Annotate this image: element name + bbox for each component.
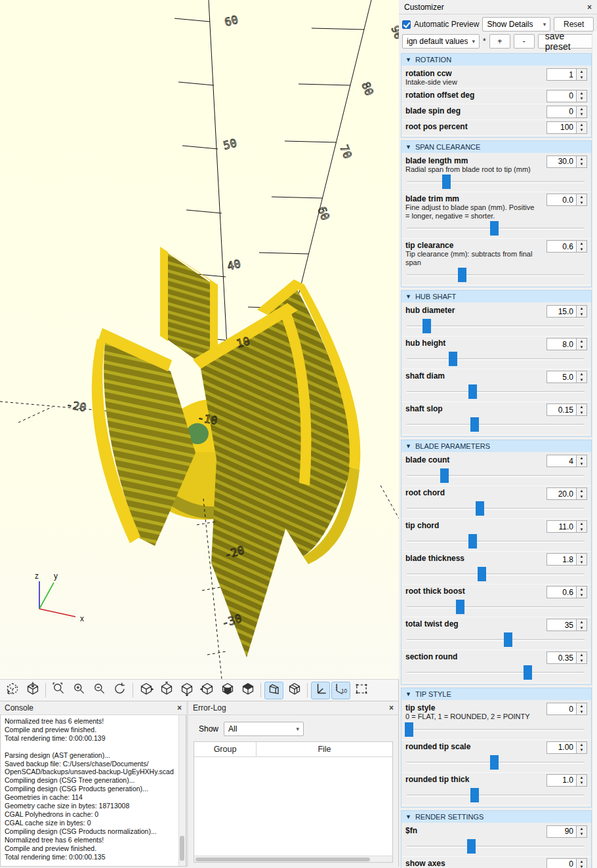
slider-handle[interactable] [458,268,466,282]
spin-up-icon[interactable]: ▲ [577,587,587,592]
spin-down-icon[interactable]: ▼ [577,75,587,81]
spin-up-icon[interactable]: ▲ [577,619,587,625]
parameter-slider[interactable] [407,600,585,614]
view-right-button[interactable] [136,682,155,699]
parameter-slider[interactable] [407,175,585,189]
view-top-button[interactable] [157,682,176,699]
spin-up-icon[interactable]: ▲ [577,194,587,200]
spin-down-icon[interactable]: ▼ [577,560,587,566]
parameter-value-input[interactable]: 1 [546,68,577,81]
spin-up-icon[interactable]: ▲ [577,106,587,112]
slider-handle[interactable] [490,221,499,236]
slider-handle[interactable] [468,534,477,548]
parameter-slider[interactable] [407,501,585,516]
spin-up-icon[interactable]: ▲ [577,339,587,344]
spinner-arrows[interactable]: ▲▼ [577,106,587,118]
spin-up-icon[interactable]: ▲ [577,122,587,128]
parameter-slider[interactable] [407,268,585,282]
spin-down-icon[interactable]: ▼ [577,864,587,868]
section-header[interactable]: ▼BLADE PARAMETERS [401,440,591,452]
parameter-value-input[interactable]: 0.35 [546,651,577,664]
customizer-scrollbar[interactable] [592,31,597,868]
reset-button[interactable]: Reset [554,17,594,31]
section-header[interactable]: ▼RENDER SETTINGS [401,811,591,823]
slider-handle[interactable] [470,788,479,802]
view-front-button[interactable] [218,682,237,699]
slider-handle[interactable] [405,722,413,737]
spin-up-icon[interactable]: ▲ [577,742,587,748]
spinner-arrows[interactable]: ▲▼ [577,155,587,168]
details-dropdown[interactable]: Show Details ▾ [482,17,550,31]
section-header[interactable]: ▼TIP STYLE [401,688,591,700]
parameter-slider[interactable] [407,417,585,432]
spinner-arrows[interactable]: ▲▼ [577,194,587,206]
spin-down-icon[interactable]: ▼ [577,112,587,117]
save-preset-button[interactable]: save preset [538,34,594,49]
parameter-value-input[interactable]: 4 [546,455,577,467]
parameter-slider[interactable] [407,468,585,483]
spin-up-icon[interactable]: ▲ [577,156,587,162]
parameter-value-input[interactable]: 20.0 [546,487,577,500]
show-scale-markers-button[interactable]: 10 [331,682,350,699]
slider-handle[interactable] [442,175,451,189]
parameter-value-input[interactable]: 30.0 [546,155,577,168]
spin-down-icon[interactable]: ▼ [577,658,587,664]
spin-down-icon[interactable]: ▼ [577,200,587,206]
3d-viewport[interactable]: 6050401090807060-10-20-20-30 z y x [0,0,399,679]
parameter-slider[interactable] [407,665,585,680]
parameter-slider[interactable] [407,755,585,770]
zoom-all-button[interactable] [49,682,68,699]
spin-up-icon[interactable]: ▲ [577,703,587,709]
show-axes-button[interactable] [311,682,330,699]
view-bottom-button[interactable] [177,682,196,699]
spin-down-icon[interactable]: ▼ [577,527,587,533]
spinner-arrows[interactable]: ▲▼ [577,619,587,631]
automatic-preview-checkbox[interactable] [402,20,411,29]
zoom-in-button[interactable] [70,682,89,699]
parameter-value-input[interactable]: 0.0 [546,194,577,206]
add-preset-button[interactable]: + [489,34,510,49]
parameter-slider[interactable] [407,352,585,366]
parameter-value-input[interactable]: 8.0 [546,338,577,350]
console-close-icon[interactable]: × [177,703,182,713]
spinner-arrows[interactable]: ▲▼ [577,403,587,416]
parameter-value-input[interactable]: 1.00 [546,741,577,754]
error-log-hscrollbar[interactable] [194,856,392,862]
spin-up-icon[interactable]: ▲ [577,371,587,377]
parameter-slider[interactable] [407,722,585,737]
spin-down-icon[interactable]: ▼ [577,831,587,837]
spin-up-icon[interactable]: ▲ [577,241,587,247]
view-left-button[interactable] [197,682,216,699]
perspective-button[interactable] [264,682,283,699]
slider-handle[interactable] [422,319,431,333]
customizer-close-icon[interactable]: × [587,3,592,12]
spin-up-icon[interactable]: ▲ [577,775,587,781]
slider-handle[interactable] [476,501,484,516]
slider-handle[interactable] [440,468,449,483]
parameter-slider[interactable] [407,839,585,854]
section-header[interactable]: ▼HUB SHAFT [401,291,591,302]
view-back-button[interactable] [238,682,257,699]
parameter-value-input[interactable]: 90 [546,825,577,838]
slider-handle[interactable] [524,665,532,680]
console-scrollbar[interactable] [178,715,186,866]
spinner-arrows[interactable]: ▲▼ [577,240,587,253]
parameter-value-input[interactable]: 1.0 [546,774,577,787]
spin-down-icon[interactable]: ▼ [577,344,587,350]
spin-down-icon[interactable]: ▼ [577,494,587,500]
spin-up-icon[interactable]: ▲ [577,521,587,527]
spinner-arrows[interactable]: ▲▼ [577,651,587,664]
spinner-arrows[interactable]: ▲▼ [577,825,587,838]
spin-up-icon[interactable]: ▲ [577,859,587,865]
parameter-slider[interactable] [407,632,585,647]
parameter-value-input[interactable]: 100 [546,121,577,134]
parameter-value-input[interactable]: 0.6 [546,586,577,598]
section-header[interactable]: ▼ROTATION [401,54,591,66]
spin-down-icon[interactable]: ▼ [577,96,587,102]
column-header-file[interactable]: File [257,742,392,756]
spin-down-icon[interactable]: ▼ [577,410,587,416]
parameter-value-input[interactable]: 0 [546,106,577,118]
error-log-close-icon[interactable]: × [389,703,394,713]
viewport-canvas[interactable]: 6050401090807060-10-20-20-30 z y x [0,0,399,679]
spin-down-icon[interactable]: ▼ [577,625,587,631]
